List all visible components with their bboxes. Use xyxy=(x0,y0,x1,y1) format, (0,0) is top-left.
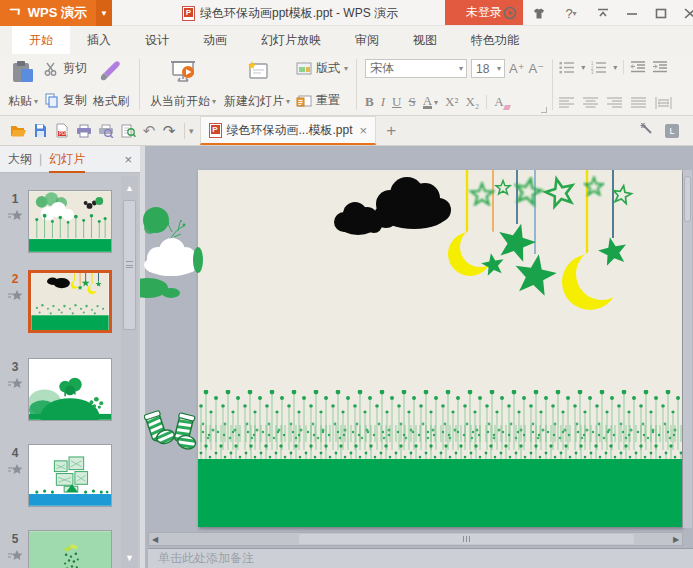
print-preview-icon xyxy=(98,124,114,138)
tab-slides[interactable]: 幻灯片 xyxy=(49,151,85,173)
justify-button[interactable] xyxy=(631,97,646,109)
tab-animation[interactable]: 动画 xyxy=(186,26,244,54)
save-button[interactable] xyxy=(30,120,50,142)
tab-home[interactable]: 开始 xyxy=(12,26,70,54)
align-center-button[interactable] xyxy=(583,97,598,109)
increase-indent-button[interactable] xyxy=(652,61,668,73)
horizontal-scrollbar-thumb[interactable] xyxy=(299,534,634,544)
maximize-icon[interactable] xyxy=(653,5,669,21)
animation-indicator-icon[interactable] xyxy=(8,550,23,562)
open-file-button[interactable] xyxy=(8,120,28,142)
align-right-button[interactable] xyxy=(607,97,622,109)
scroll-left-icon[interactable]: ◀ xyxy=(149,535,161,544)
folder-open-icon xyxy=(10,124,27,138)
minimize-icon[interactable] xyxy=(624,5,640,21)
panel-scrollbar-thumb[interactable] xyxy=(123,200,136,330)
bold-button[interactable]: B xyxy=(365,94,374,110)
vertical-scrollbar-thumb[interactable] xyxy=(684,176,691,222)
print-button[interactable] xyxy=(74,120,94,142)
wps-cloud-icon[interactable] xyxy=(502,5,518,21)
document-tab[interactable]: 绿色环保动画...模板.ppt × xyxy=(200,116,377,145)
font-size-select[interactable]: 18▾ xyxy=(471,59,505,78)
underline-button[interactable]: U xyxy=(392,94,401,110)
slide-thumbnail-3[interactable]: 3 xyxy=(4,358,112,421)
decrease-indent-button[interactable] xyxy=(630,61,646,73)
redo-button[interactable]: ↷ xyxy=(160,120,178,142)
slide-thumbnail-5[interactable]: 5 xyxy=(4,530,112,568)
undo-button[interactable]: ↶ xyxy=(140,120,158,142)
window-title-text: 绿色环保动画ppt模板.ppt - WPS 演示 xyxy=(200,5,398,22)
tab-special-features[interactable]: 特色功能 xyxy=(454,26,536,54)
print-preview-button[interactable] xyxy=(96,120,116,142)
document-tab-close-icon[interactable]: × xyxy=(358,123,368,138)
export-pdf-button[interactable]: PDF xyxy=(52,120,72,142)
subscript-button[interactable]: X₂ xyxy=(465,94,479,110)
copy-button[interactable]: 复制 xyxy=(44,92,87,109)
tab-outline[interactable]: 大纲 xyxy=(8,151,32,168)
panel-scrollbar[interactable]: ▲ ▼ xyxy=(121,176,138,568)
slide-canvas[interactable] xyxy=(198,170,682,527)
tab-insert[interactable]: 插入 xyxy=(70,26,128,54)
slide-thumbnail-1[interactable]: 1 xyxy=(4,190,112,253)
layout-label: 版式 xyxy=(316,60,340,77)
animation-indicator-icon[interactable] xyxy=(8,378,23,390)
wps-menu-caret-icon[interactable]: ▼ xyxy=(96,0,112,26)
animation-indicator-icon[interactable] xyxy=(8,464,23,476)
print-icon xyxy=(76,124,92,138)
wps-menu-button[interactable]: ᄀ WPS 演示 ▼ xyxy=(0,0,112,26)
bullets-caret-icon[interactable]: ▾ xyxy=(581,63,585,72)
reset-button[interactable]: 重置 xyxy=(296,92,348,109)
distribute-button[interactable] xyxy=(655,97,672,109)
collapse-ribbon-icon[interactable] xyxy=(595,5,611,21)
panel-scroll-up-icon[interactable]: ▲ xyxy=(121,180,138,196)
numbering-button[interactable]: 123 xyxy=(591,61,607,74)
new-slide-button[interactable]: 新建幻灯片▾ xyxy=(220,57,294,112)
align-left-button[interactable] xyxy=(559,97,574,109)
reset-label: 重置 xyxy=(316,92,340,109)
format-painter-label: 格式刷 xyxy=(93,93,129,110)
animation-indicator-icon[interactable] xyxy=(8,210,23,222)
font-name-select[interactable]: 宋体▾ xyxy=(365,59,467,78)
clear-format-button[interactable]: A xyxy=(494,94,503,110)
bullets-button[interactable] xyxy=(559,61,575,74)
format-painter-button[interactable]: 格式刷 xyxy=(89,57,133,112)
grow-font-button[interactable]: A⁺ xyxy=(509,61,525,76)
slide-thumbnail-2[interactable]: 2 xyxy=(4,270,112,333)
paste-button[interactable]: 粘贴▾ xyxy=(4,57,42,112)
eraser-icon xyxy=(503,105,511,110)
skin-badge[interactable]: L xyxy=(665,124,679,138)
quickbar-more-caret-icon[interactable]: ▾ xyxy=(189,126,194,136)
skin-theme-icon[interactable] xyxy=(531,5,547,21)
slide-thumbnail-4[interactable]: 4 xyxy=(4,444,112,507)
strikethrough-button[interactable]: S xyxy=(408,94,415,110)
layout-button[interactable]: 版式▾ xyxy=(296,60,348,77)
magic-wand-icon[interactable] xyxy=(640,122,655,140)
shrink-font-button[interactable]: A⁻ xyxy=(529,61,545,76)
wps-logo: ᄀ xyxy=(0,3,28,24)
find-button[interactable] xyxy=(118,120,138,142)
superscript-button[interactable]: X² xyxy=(445,94,458,110)
italic-button[interactable]: I xyxy=(381,94,385,110)
new-document-tab-button[interactable]: + xyxy=(376,121,406,141)
cut-button[interactable]: 剪切 xyxy=(44,60,87,77)
font-color-caret-icon[interactable]: ▾ xyxy=(434,98,438,107)
vertical-scrollbar[interactable] xyxy=(683,170,692,528)
panel-close-icon[interactable]: × xyxy=(124,152,132,167)
tab-view[interactable]: 视图 xyxy=(396,26,454,54)
help-icon[interactable]: ?▾ xyxy=(560,5,582,21)
play-from-current-button[interactable]: 从当前开始▾ xyxy=(146,57,220,112)
tab-design[interactable]: 设计 xyxy=(128,26,186,54)
tab-slideshow[interactable]: 幻灯片放映 xyxy=(244,26,338,54)
scissors-icon xyxy=(44,62,59,76)
font-dialog-launcher[interactable] xyxy=(541,107,547,113)
notes-area[interactable]: 单击此处添加备注 xyxy=(148,548,693,568)
panel-scroll-down-icon[interactable]: ▼ xyxy=(121,550,138,566)
numbering-caret-icon[interactable]: ▾ xyxy=(613,63,617,72)
font-color-button[interactable]: A xyxy=(423,95,432,109)
wps-presentation-window: ᄀ WPS 演示 ▼ 绿色环保动画ppt模板.ppt - WPS 演示 未登录 … xyxy=(0,0,693,568)
scroll-right-icon[interactable]: ▶ xyxy=(670,535,682,544)
tab-review[interactable]: 审阅 xyxy=(338,26,396,54)
horizontal-scrollbar[interactable]: ◀ ▶ xyxy=(148,532,683,546)
animation-indicator-icon[interactable] xyxy=(8,290,23,302)
close-icon[interactable] xyxy=(682,5,693,21)
